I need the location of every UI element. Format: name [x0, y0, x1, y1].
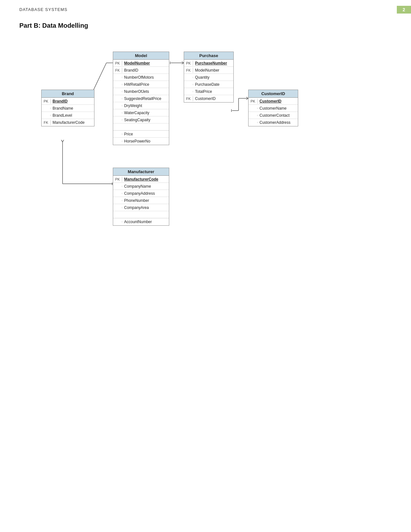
key-label: PK	[184, 61, 193, 66]
purchase-table: Purchase PK PurchaseNumber FK ModelNumbe…	[184, 52, 234, 103]
key-label	[42, 115, 51, 116]
customer-table-header: CustomerID	[249, 90, 298, 98]
brand-table: Brand PK BrandID BrandName BrandLevel FK…	[41, 90, 94, 126]
divider-row	[113, 211, 169, 218]
field-label: AccountNumber	[122, 219, 169, 225]
table-row: SeatingCapaity	[113, 116, 169, 123]
key-label: FK	[184, 68, 193, 73]
field-label: PhoneNumber	[122, 198, 169, 203]
table-row: CompanyAddress	[113, 190, 169, 197]
field-label: ManufacturerCode	[51, 120, 94, 125]
key-label	[113, 141, 122, 142]
table-row: NumberOfMotors	[113, 74, 169, 81]
key-label	[184, 91, 193, 92]
field-label: ModelNumber	[122, 60, 169, 66]
divider-row	[113, 123, 169, 131]
key-label: FK	[184, 96, 193, 101]
field-label: CompanyArea	[122, 205, 169, 211]
table-row: PK ManufacturerCode	[113, 176, 169, 183]
field-label: NumberOfMotors	[122, 74, 169, 80]
key-label	[113, 186, 122, 187]
field-label: CompanyName	[122, 183, 169, 189]
table-row: CustomerContact	[249, 112, 298, 119]
field-label: CustomerContact	[258, 113, 298, 118]
key-label	[249, 122, 258, 123]
table-row: Quantity	[184, 74, 233, 81]
table-row: PhoneNumber	[113, 197, 169, 204]
key-label	[113, 112, 122, 113]
field-label: CompanyAddress	[122, 191, 169, 196]
key-label	[113, 133, 122, 135]
key-label	[113, 77, 122, 78]
table-row: BrandLevel	[42, 112, 94, 119]
key-label	[184, 77, 193, 78]
field-label: CustomerAddress	[258, 120, 298, 125]
table-row: FK BrandID	[113, 67, 169, 74]
table-row: CustomerAddress	[249, 119, 298, 126]
key-label: PK	[113, 61, 122, 66]
key-label	[42, 108, 51, 109]
key-label	[113, 207, 122, 208]
field-label: Quantity	[193, 74, 233, 80]
table-row: SuggestedRetailPrice	[113, 95, 169, 102]
field-label: CustomerID	[258, 98, 298, 104]
customer-table-body: PK CustomerID CustomerName CustomerConta…	[249, 98, 298, 126]
svg-line-19	[61, 140, 63, 142]
field-label: NumberOfJets	[122, 89, 169, 94]
key-label: PK	[42, 99, 51, 104]
purchase-table-body: PK PurchaseNumber FK ModelNumber Quantit…	[184, 60, 233, 102]
key-label: FK	[42, 120, 51, 125]
field-label: CustomerName	[258, 105, 298, 111]
key-label: PK	[113, 177, 122, 182]
table-row: PK BrandID	[42, 98, 94, 105]
table-row: DryWeight	[113, 102, 169, 109]
field-label: HWRetailPrice	[122, 82, 169, 87]
table-row: PK CustomerID	[249, 98, 298, 105]
manufacturer-table: Manufacturer PK ManufacturerCode Company…	[113, 168, 169, 226]
manufacturer-table-header: Manufacturer	[113, 168, 169, 176]
field-label: BrandID	[51, 98, 94, 104]
model-table: Model PK ModelNumber FK BrandID NumberOf…	[113, 52, 169, 145]
table-row: FK ModelNumber	[184, 67, 233, 74]
field-label: SeatingCapaity	[122, 117, 169, 123]
key-label	[249, 115, 258, 116]
key-label	[113, 105, 122, 106]
table-row: PK ModelNumber	[113, 60, 169, 67]
table-row: TotalPrice	[184, 88, 233, 95]
purchase-table-header: Purchase	[184, 52, 233, 60]
table-row: AccountNumber	[113, 218, 169, 225]
table-row: BrandName	[42, 105, 94, 112]
table-row: WaterCapacity	[113, 109, 169, 116]
key-label	[113, 98, 122, 99]
field-label: Price	[122, 131, 169, 137]
key-label	[113, 200, 122, 201]
key-label	[113, 119, 122, 121]
key-label	[113, 91, 122, 92]
table-row: NumberOfJets	[113, 88, 169, 95]
key-label: PK	[249, 99, 258, 104]
key-label: FK	[113, 68, 122, 73]
key-label	[113, 193, 122, 194]
field-label: HorsePowerNo	[122, 138, 169, 144]
part-title: Part B: Data Modelling	[19, 22, 88, 29]
field-label: ManufacturerCode	[122, 176, 169, 182]
field-label: CustomerID	[193, 96, 233, 102]
field-label: PurchaseNumber	[193, 60, 233, 66]
table-row: CompanyArea	[113, 204, 169, 211]
table-row: FK CustomerID	[184, 95, 233, 102]
key-label	[249, 108, 258, 109]
key-label	[184, 84, 193, 85]
table-row: CompanyName	[113, 183, 169, 190]
svg-line-20	[63, 140, 64, 142]
table-row: Price	[113, 131, 169, 138]
table-row: FK ManufacturerCode	[42, 119, 94, 126]
erd-diagram: Brand PK BrandID BrandName BrandLevel FK…	[19, 42, 390, 268]
field-label: BrandLevel	[51, 113, 94, 118]
field-label: BrandName	[51, 105, 94, 111]
key-label	[113, 84, 122, 85]
field-label: TotalPrice	[193, 89, 233, 94]
table-row: HWRetailPrice	[113, 81, 169, 88]
field-label: DryWeight	[122, 103, 169, 109]
customer-table: CustomerID PK CustomerID CustomerName Cu…	[248, 90, 298, 126]
table-row: PK PurchaseNumber	[184, 60, 233, 67]
